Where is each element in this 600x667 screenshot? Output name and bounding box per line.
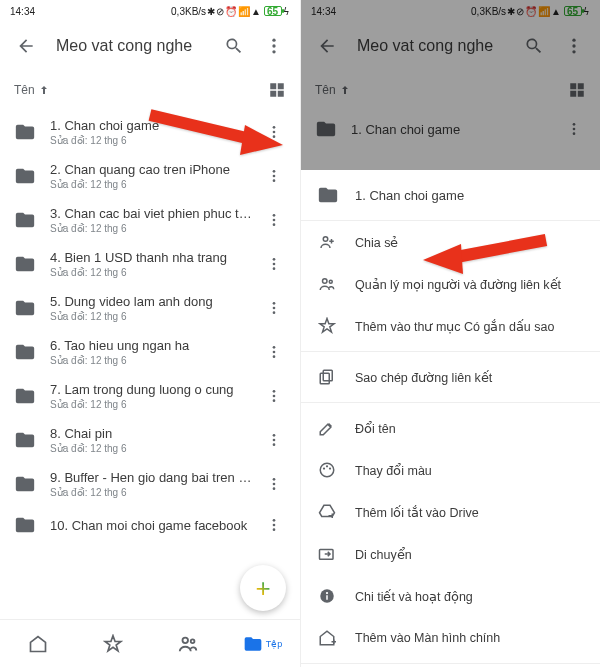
item-menu-button[interactable]: [566, 121, 590, 137]
arrow-up-icon: [38, 84, 50, 96]
grid-icon: [268, 81, 286, 99]
svg-point-40: [573, 132, 576, 135]
menu-item-home-add[interactable]: Thêm vào Màn hình chính: [301, 617, 600, 659]
people-icon: [177, 633, 199, 655]
nav-starred[interactable]: [75, 620, 150, 667]
folder-icon: [315, 118, 337, 140]
fab-new[interactable]: +: [240, 565, 286, 611]
star-icon: [318, 317, 336, 335]
sort-button[interactable]: Tên: [14, 83, 50, 97]
back-button[interactable]: [309, 28, 345, 64]
signal-icon: 📶: [238, 6, 250, 17]
grid-icon: [568, 81, 586, 99]
folder-icon: [14, 514, 36, 536]
overflow-button[interactable]: [556, 28, 592, 64]
view-grid-button[interactable]: [568, 81, 586, 99]
menu-item-move[interactable]: Di chuyển: [301, 533, 600, 575]
dnd-icon: ⊘: [216, 6, 224, 17]
folder-icon: [14, 473, 36, 495]
svg-point-20: [273, 355, 276, 358]
svg-point-37: [572, 50, 575, 53]
search-button[interactable]: [216, 28, 252, 64]
item-menu-button[interactable]: [266, 344, 290, 360]
list-item[interactable]: 4. Bien 1 USD thanh nha trang Sửa đổi: 1…: [0, 242, 300, 286]
item-menu-button[interactable]: [266, 517, 290, 533]
svg-point-26: [273, 443, 276, 446]
menu-item-palette[interactable]: Thay đổi màu: [301, 449, 600, 491]
menu-item-label: Thay đổi màu: [355, 463, 432, 478]
svg-point-22: [273, 395, 276, 398]
svg-point-31: [273, 524, 276, 527]
star-icon: [103, 634, 123, 654]
menu-item-star[interactable]: Thêm vào thư mục Có gắn dấu sao: [301, 305, 600, 347]
screen-context-menu: 14:34 0,3KB/s ✱ ⊘ ⏰ 📶 ▲ 65 ϟ Meo vat con…: [300, 0, 600, 667]
svg-point-34: [190, 639, 194, 643]
copy-link-icon-wrap: [317, 367, 337, 387]
annotation-arrow-left: [145, 105, 285, 155]
person-add-icon-wrap: [317, 232, 337, 252]
list-item[interactable]: 8. Chai pin Sửa đổi: 12 thg 6: [0, 418, 300, 462]
nav-home[interactable]: [0, 620, 75, 667]
battery-icon: 65: [262, 6, 282, 16]
file-list[interactable]: 1. Chan choi game Sửa đổi: 12 thg 6 2. C…: [0, 110, 300, 619]
svg-point-29: [273, 487, 276, 490]
rename-icon-wrap: [317, 418, 337, 438]
file-subtitle: Sửa đổi: 12 thg 6: [50, 355, 252, 366]
status-indicators: 0,3KB/s ✱ ⊘ ⏰ 📶 ▲ 65 ϟ: [471, 6, 590, 17]
search-icon: [224, 36, 244, 56]
menu-item-info[interactable]: Chi tiết và hoạt động: [301, 575, 600, 617]
nav-shared[interactable]: [150, 620, 225, 667]
list-item[interactable]: 10. Chan moi choi game facebook: [0, 506, 300, 544]
item-menu-button[interactable]: [266, 212, 290, 228]
svg-point-15: [273, 302, 276, 305]
info-icon: [318, 587, 336, 605]
list-item[interactable]: 9. Buffer - Hen gio dang bai tren Face..…: [0, 462, 300, 506]
page-title: Meo vat cong nghe: [357, 37, 512, 55]
list-item[interactable]: 7. Lam trong dung luong o cung Sửa đổi: …: [0, 374, 300, 418]
menu-item-copy-link[interactable]: Sao chép đường liên kết: [301, 356, 600, 398]
list-item[interactable]: 2. Chan quang cao tren iPhone Sửa đổi: 1…: [0, 154, 300, 198]
file-subtitle: Sửa đổi: 12 thg 6: [50, 311, 252, 322]
nav-files[interactable]: Tệp: [225, 620, 300, 667]
item-menu-button[interactable]: [266, 476, 290, 492]
svg-point-16: [273, 307, 276, 310]
svg-point-19: [273, 351, 276, 354]
view-grid-button[interactable]: [268, 81, 286, 99]
file-subtitle: Sửa đổi: 12 thg 6: [50, 179, 252, 190]
list-item[interactable]: 6. Tao hieu ung ngan ha Sửa đổi: 12 thg …: [0, 330, 300, 374]
item-menu-button[interactable]: [266, 300, 290, 316]
svg-point-47: [323, 467, 325, 469]
list-item[interactable]: 5. Dung video lam anh dong Sửa đổi: 12 t…: [0, 286, 300, 330]
back-button[interactable]: [8, 28, 44, 64]
svg-point-39: [573, 128, 576, 131]
svg-point-32: [273, 528, 276, 531]
file-title: 5. Dung video lam anh dong: [50, 294, 252, 309]
menu-item-label: Di chuyển: [355, 547, 412, 562]
item-menu-button[interactable]: [266, 388, 290, 404]
wifi-icon: ▲: [551, 6, 561, 17]
move-icon: [318, 545, 336, 563]
status-time: 14:34: [311, 6, 336, 17]
menu-item-rename[interactable]: Đổi tên: [301, 407, 600, 449]
item-menu-button[interactable]: [266, 432, 290, 448]
home-icon: [28, 634, 48, 654]
plus-icon: +: [255, 573, 270, 604]
charge-icon: ϟ: [583, 6, 590, 17]
people-icon-wrap: [317, 274, 337, 294]
more-vert-icon: [264, 36, 284, 56]
list-item[interactable]: 3. Chan cac bai viet phien phuc tren f..…: [0, 198, 300, 242]
svg-point-28: [273, 483, 276, 486]
sort-button[interactable]: Tên: [315, 83, 351, 97]
menu-list: Chia sẻQuản lý mọi người và đường liên k…: [301, 221, 600, 667]
list-item[interactable]: 1. Chan choi game: [301, 110, 600, 148]
battery-icon: 65: [562, 6, 582, 16]
more-vert-icon: [564, 36, 584, 56]
search-button[interactable]: [516, 28, 552, 64]
folder-icon: [14, 341, 36, 363]
svg-point-18: [273, 346, 276, 349]
charge-icon: ϟ: [283, 6, 290, 17]
overflow-button[interactable]: [256, 28, 292, 64]
item-menu-button[interactable]: [266, 168, 290, 184]
item-menu-button[interactable]: [266, 256, 290, 272]
menu-item-drive[interactable]: Thêm lối tắt vào Drive: [301, 491, 600, 533]
